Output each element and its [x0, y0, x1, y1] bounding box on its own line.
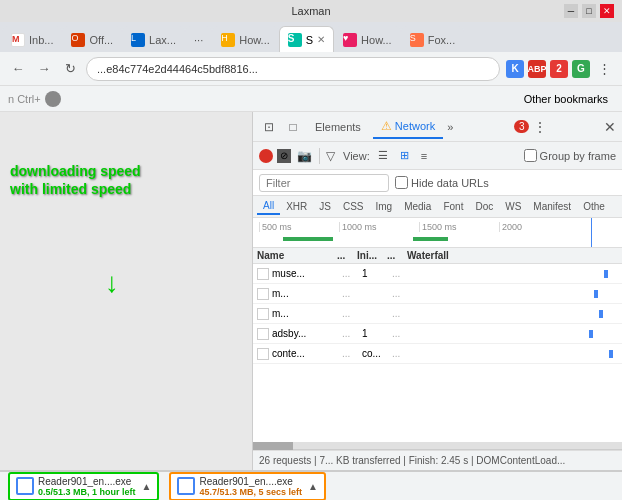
- tab-gmail[interactable]: M Inb...: [2, 26, 62, 52]
- download-name-2: Reader901_en....exe: [199, 476, 302, 487]
- row-checkbox[interactable]: [257, 328, 269, 340]
- view-label: View:: [343, 150, 370, 162]
- tab-lax[interactable]: L Lax...: [122, 26, 185, 52]
- ext-icon-3[interactable]: G: [572, 60, 590, 78]
- col-dots2-header: ...: [387, 250, 407, 261]
- tab-how1[interactable]: H How...: [212, 26, 279, 52]
- tab-network[interactable]: ⚠ Network: [373, 115, 443, 139]
- download-chevron-2[interactable]: ▲: [308, 481, 318, 492]
- waterfall-bar: [604, 270, 608, 278]
- timeline-bar-2: [413, 237, 448, 241]
- hide-urls-input[interactable]: [395, 176, 408, 189]
- row-dots: ...: [342, 288, 362, 299]
- row-name: adsby...: [272, 328, 342, 339]
- view-detail-button[interactable]: ≡: [417, 148, 431, 164]
- table-row[interactable]: m... ... ...: [253, 304, 622, 324]
- row-checkbox[interactable]: [257, 288, 269, 300]
- filter-icon[interactable]: ▽: [326, 149, 335, 163]
- devtools-more-tabs[interactable]: »: [447, 121, 453, 133]
- tab-more[interactable]: ···: [185, 26, 212, 52]
- close-button[interactable]: ✕: [600, 4, 614, 18]
- forward-button[interactable]: →: [34, 59, 54, 79]
- type-btn-all[interactable]: All: [257, 198, 280, 215]
- bookmarks-bar: n Ctrl+ Other bookmarks: [0, 86, 622, 112]
- download-item-2[interactable]: Reader901_en....exe 45.7/51.3 MB, 5 secs…: [169, 472, 325, 501]
- tab-office[interactable]: O Off...: [62, 26, 122, 52]
- url-bar[interactable]: [86, 57, 500, 81]
- download-bar: Reader901_en....exe 0.5/51.3 MB, 1 hour …: [0, 470, 622, 500]
- filter-input[interactable]: [259, 174, 389, 192]
- devtools-toolbar: ⊡ □ Elements ⚠ Network » 3 ⋮ ✕: [253, 112, 622, 142]
- ext-icon-abp[interactable]: ABP: [528, 60, 546, 78]
- record-button[interactable]: [259, 149, 273, 163]
- table-row[interactable]: m... ... ...: [253, 284, 622, 304]
- gmail-favicon: M: [11, 33, 25, 47]
- arrow-down-green-icon: ↓: [105, 267, 119, 299]
- view-grid-button[interactable]: ⊞: [396, 147, 413, 164]
- timeline-1500ms: 1500 ms: [419, 222, 499, 232]
- group-frame-input[interactable]: [524, 149, 537, 162]
- tab-heart[interactable]: ♥ How...: [334, 26, 401, 52]
- tab-fox[interactable]: S Fox...: [401, 26, 465, 52]
- devtools-pointer-icon[interactable]: ⊡: [259, 117, 279, 137]
- type-btn-js[interactable]: JS: [313, 199, 337, 214]
- tab-more-label: ···: [194, 34, 203, 46]
- table-scrollbar[interactable]: [253, 442, 622, 450]
- error-count-badge[interactable]: 3: [514, 120, 530, 133]
- stop-button[interactable]: ⊘: [277, 149, 291, 163]
- tab-fox-label: Fox...: [428, 34, 456, 46]
- devtools-inspector-icon[interactable]: □: [283, 117, 303, 137]
- type-btn-img[interactable]: Img: [369, 199, 398, 214]
- hide-urls-checkbox[interactable]: Hide data URLs: [395, 176, 489, 189]
- timeline-500ms: 500 ms: [259, 222, 339, 232]
- group-frame-checkbox[interactable]: Group by frame: [524, 149, 616, 162]
- table-row[interactable]: conte... ... co... ...: [253, 344, 622, 364]
- row-dots2: ...: [392, 328, 412, 339]
- type-btn-other[interactable]: Othe: [577, 199, 611, 214]
- devtools-close-icon[interactable]: ✕: [604, 119, 616, 135]
- row-dots2: ...: [392, 348, 412, 359]
- row-dots2: ...: [392, 268, 412, 279]
- page-content: downloading speed with limited speed dow…: [0, 112, 252, 470]
- col-dots1-header: ...: [337, 250, 357, 261]
- ext-icon-1[interactable]: K: [506, 60, 524, 78]
- s-favicon: S: [288, 33, 302, 47]
- ext-icon-2[interactable]: 2: [550, 60, 568, 78]
- refresh-button[interactable]: ↻: [60, 59, 80, 79]
- address-bar: ← → ↻ K ABP 2 G ⋮: [0, 52, 622, 86]
- back-button[interactable]: ←: [8, 59, 28, 79]
- camera-button[interactable]: 📷: [295, 149, 313, 163]
- tab-elements[interactable]: Elements: [307, 117, 369, 137]
- profile-avatar: [45, 91, 61, 107]
- tab-s-label: S: [306, 34, 313, 46]
- row-name: muse...: [272, 268, 342, 279]
- type-btn-media[interactable]: Media: [398, 199, 437, 214]
- row-checkbox[interactable]: [257, 268, 269, 280]
- type-btn-xhr[interactable]: XHR: [280, 199, 313, 214]
- view-list-button[interactable]: ☰: [374, 147, 392, 164]
- type-btn-css[interactable]: CSS: [337, 199, 370, 214]
- row-checkbox[interactable]: [257, 308, 269, 320]
- type-btn-manifest[interactable]: Manifest: [527, 199, 577, 214]
- scrollbar-thumb[interactable]: [253, 442, 293, 450]
- maximize-button[interactable]: □: [582, 4, 596, 18]
- download-icon-2: [177, 477, 195, 495]
- chrome-menu-button[interactable]: ⋮: [594, 59, 614, 79]
- devtools-dots-icon[interactable]: ⋮: [533, 119, 547, 135]
- tab-close-icon[interactable]: ✕: [317, 34, 325, 45]
- other-bookmarks[interactable]: Other bookmarks: [518, 91, 614, 107]
- row-checkbox[interactable]: [257, 348, 269, 360]
- table-row[interactable]: adsby... ... 1 ...: [253, 324, 622, 344]
- devtools-panel: ⊡ □ Elements ⚠ Network » 3 ⋮ ✕ ⊘ 📷 ▽ Vie: [252, 112, 622, 470]
- type-btn-font[interactable]: Font: [437, 199, 469, 214]
- download-chevron-1[interactable]: ▲: [142, 481, 152, 492]
- minimize-button[interactable]: ─: [564, 4, 578, 18]
- tab-s-active[interactable]: S S ✕: [279, 26, 334, 52]
- type-btn-doc[interactable]: Doc: [469, 199, 499, 214]
- type-btn-ws[interactable]: WS: [499, 199, 527, 214]
- lax-favicon: L: [131, 33, 145, 47]
- table-row[interactable]: muse... ... 1 ...: [253, 264, 622, 284]
- download-item-1[interactable]: Reader901_en....exe 0.5/51.3 MB, 1 hour …: [8, 472, 159, 501]
- row-waterfall: [412, 287, 618, 301]
- waterfall-bar: [594, 290, 598, 298]
